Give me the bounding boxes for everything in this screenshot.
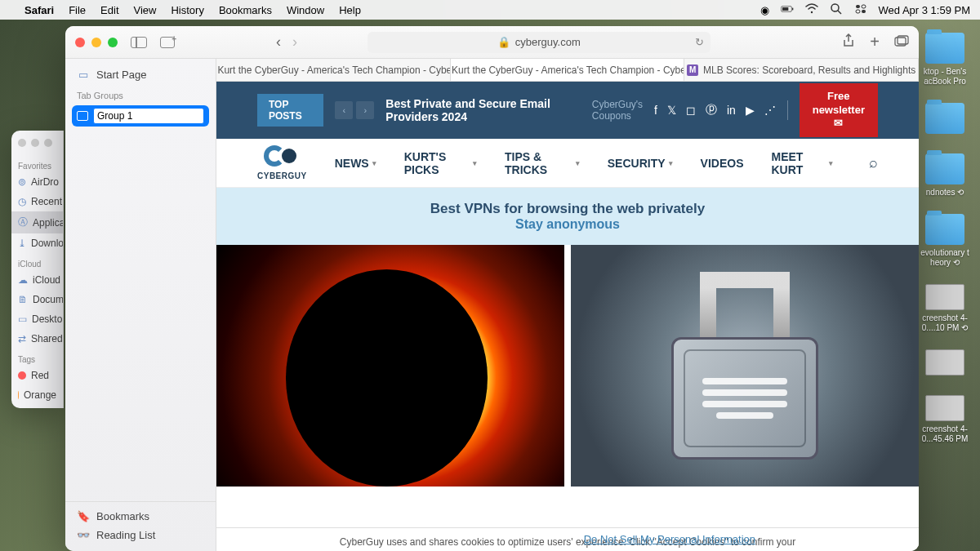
top-post-title[interactable]: Best Private and Secure Email Providers … — [385, 97, 580, 123]
svg-line-5 — [838, 11, 841, 14]
help-menu[interactable]: Help — [339, 4, 361, 16]
sidebar-applications[interactable]: ⒶApplica — [11, 211, 63, 233]
sidebar-downloads[interactable]: ⤓Downlo — [11, 233, 63, 253]
new-tab-button[interactable]: + — [870, 33, 880, 51]
battery-icon[interactable] — [781, 2, 794, 18]
browser-tab[interactable]: Kurt the CyberGuy - America's Tech Champ… — [216, 59, 451, 81]
forward-button[interactable]: › — [292, 33, 297, 51]
sidebar-toggle-button[interactable] — [131, 37, 147, 48]
wifi-icon[interactable] — [805, 2, 818, 18]
url-text: cyberguy.com — [515, 36, 581, 48]
coupons-link[interactable]: CyberGuy'sCoupons — [592, 99, 643, 122]
url-bar[interactable]: 🔒 cyberguy.com ↻ — [368, 32, 710, 53]
youtube-icon[interactable]: ▶ — [746, 104, 755, 117]
desktop-screenshot[interactable] — [920, 349, 969, 379]
history-menu[interactable]: History — [171, 4, 203, 16]
tab-strip: Kurt the CyberGuy - America's Tech Champ… — [216, 59, 919, 82]
linkedin-icon[interactable]: in — [727, 104, 736, 117]
desktop-folder[interactable]: ndnotes ⟲ — [920, 153, 969, 198]
tab-group-icon — [77, 111, 88, 121]
svg-rect-9 — [862, 10, 866, 13]
tabs-overview-button[interactable] — [894, 35, 909, 50]
vpn-banner[interactable]: Best VPNs for browsing the web privately… — [216, 188, 919, 245]
tag-orange[interactable]: Orange — [11, 385, 63, 405]
desktop-screenshot[interactable]: creenshot 4-0....10 PM ⟲ — [920, 284, 969, 333]
safari-window: ‹ › 🔒 cyberguy.com ↻ + ▭Start Page Tab G… — [65, 26, 919, 551]
safari-toolbar: ‹ › 🔒 cyberguy.com ↻ + — [65, 26, 919, 59]
tab-groups-header: Tab Groups — [65, 84, 216, 104]
tab-group-name-input[interactable] — [93, 108, 204, 124]
desktop-folder[interactable]: ktop - Ben's acBook Pro — [920, 33, 969, 87]
browser-tab[interactable]: Kurt the CyberGuy - America's Tech Champ… — [451, 59, 685, 81]
tab-group-input-row — [72, 105, 209, 127]
article-grid — [216, 245, 919, 487]
share-button[interactable] — [842, 33, 855, 51]
prev-post-button[interactable]: ‹ — [335, 101, 353, 119]
spotlight-icon[interactable] — [830, 2, 843, 18]
desktop-folder[interactable] — [920, 103, 969, 137]
do-not-sell-link[interactable]: Do Not Sell My Personal Information — [584, 533, 755, 545]
macos-menubar: Safari File Edit View History Bookmarks … — [0, 0, 980, 20]
favorites-header: Favorites — [11, 155, 63, 172]
sidebar-shared[interactable]: ⇄Shared — [11, 329, 63, 349]
edit-menu[interactable]: Edit — [100, 4, 118, 16]
grammarly-icon[interactable]: ◉ — [760, 4, 769, 16]
sidebar-recents[interactable]: ◷Recent — [11, 192, 63, 211]
tab-groups-button[interactable] — [160, 37, 175, 48]
rss-icon[interactable]: ⋰ — [764, 104, 776, 117]
nav-videos[interactable]: VIDEOS — [701, 157, 744, 170]
desktop-screenshot[interactable]: creenshot 4-0...45.46 PM — [920, 395, 969, 444]
window-close[interactable] — [75, 38, 85, 47]
x-icon[interactable]: 𝕏 — [667, 104, 676, 117]
clock[interactable]: Wed Apr 3 1:59 PM — [879, 4, 971, 16]
bookmarks-menu[interactable]: Bookmarks — [219, 4, 272, 16]
bookmarks-link[interactable]: 🔖Bookmarks — [65, 507, 216, 526]
article-eclipse[interactable] — [216, 245, 564, 487]
sidebar-airdrop[interactable]: ⊚AirDro — [11, 172, 63, 192]
view-menu[interactable]: View — [134, 4, 157, 16]
lock-icon: 🔒 — [497, 36, 510, 48]
facebook-icon[interactable]: f — [654, 104, 657, 117]
desktop-icons: ktop - Ben's acBook Pro ndnotes ⟲ evolut… — [916, 33, 973, 444]
window-zoom[interactable] — [108, 38, 118, 47]
nav-meet-kurt[interactable]: MEET KURT▾ — [771, 150, 833, 176]
browser-tab[interactable]: MMLB Scores: Scoreboard, Results and Hig… — [684, 59, 919, 81]
window-minimize[interactable] — [91, 38, 101, 47]
nav-news[interactable]: NEWS▾ — [335, 157, 376, 170]
back-button[interactable]: ‹ — [276, 33, 281, 51]
sidebar-iclouddrive[interactable]: ☁iCloud — [11, 270, 63, 290]
tag-red[interactable]: Red — [11, 366, 63, 385]
next-post-button[interactable]: › — [356, 101, 374, 119]
svg-rect-7 — [862, 5, 866, 8]
sidebar-desktop[interactable]: ▭Deskto — [11, 309, 63, 329]
nav-tips[interactable]: TIPS & TRICKS▾ — [505, 150, 580, 176]
pinterest-icon[interactable]: ⓟ — [706, 103, 717, 118]
newsletter-button[interactable]: Free newsletter ✉ — [800, 83, 878, 138]
webpage: TOP POSTS ‹ › Best Private and Secure Em… — [216, 82, 919, 551]
favicon-icon: M — [687, 64, 698, 76]
eclipse-graphic — [286, 269, 488, 487]
app-menu[interactable]: Safari — [24, 4, 54, 16]
reading-list-link[interactable]: 👓Reading List — [65, 526, 216, 544]
window-menu[interactable]: Window — [287, 4, 324, 16]
desktop-folder[interactable]: evolutionary theory ⟲ — [920, 214, 969, 268]
nav-security[interactable]: SECURITY▾ — [608, 157, 673, 170]
cookie-text: CyberGuy uses and shares cookies to opti… — [249, 536, 886, 548]
padlock-graphic — [671, 272, 818, 460]
safari-content: Kurt the CyberGuy - America's Tech Champ… — [216, 59, 919, 551]
file-menu[interactable]: File — [69, 4, 86, 16]
nav-kurts-picks[interactable]: KURT'S PICKS▾ — [404, 150, 477, 176]
svg-rect-8 — [856, 10, 860, 13]
svg-rect-6 — [856, 5, 860, 8]
search-icon[interactable]: ⌕ — [869, 154, 878, 171]
social-icons: f 𝕏 ◻ ⓟ in ▶ ⋰ — [654, 103, 776, 118]
article-security[interactable] — [571, 245, 919, 487]
sidebar-documents[interactable]: 🗎Docum — [11, 290, 63, 309]
start-page[interactable]: ▭Start Page — [65, 65, 216, 84]
instagram-icon[interactable]: ◻ — [686, 104, 696, 117]
site-logo[interactable]: CYBERGUY — [257, 145, 307, 180]
icloud-header: iCloud — [11, 253, 63, 270]
reload-button[interactable]: ↻ — [695, 36, 704, 48]
tag-yellow[interactable]: Yellow — [11, 405, 63, 408]
control-center-icon[interactable] — [854, 2, 867, 18]
